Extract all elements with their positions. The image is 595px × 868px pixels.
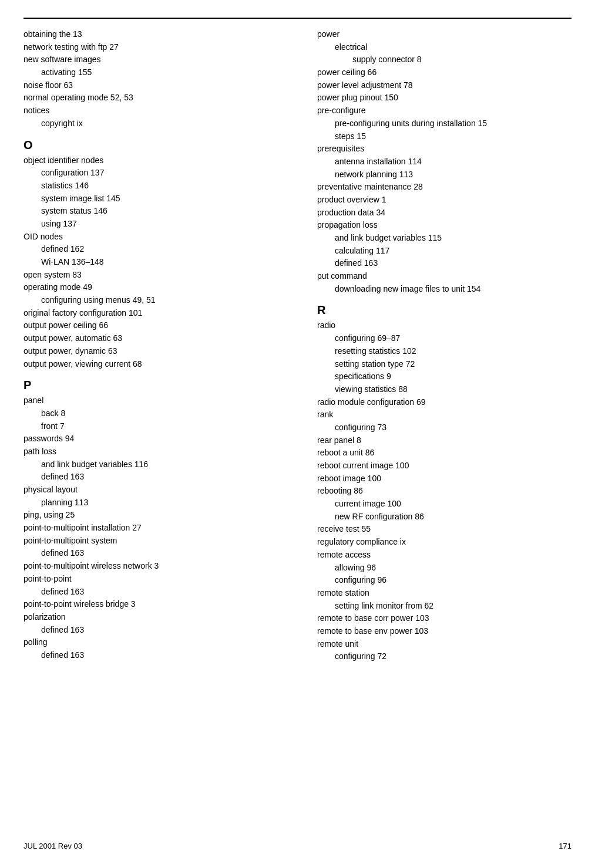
index-entry: product overview 1 — [317, 194, 572, 207]
index-entry: receive test 55 — [317, 523, 572, 536]
index-entry: reboot image 100 — [317, 472, 572, 485]
index-entry: preventative maintenance 28 — [317, 181, 572, 194]
index-entry: setting link monitor from 62 — [335, 600, 572, 613]
index-entry: supply connector 8 — [352, 53, 572, 66]
index-entry: operating mode 49 — [23, 281, 294, 294]
index-entry: configuring 72 — [335, 650, 572, 663]
index-entry: current image 100 — [335, 498, 572, 511]
index-entry: system status 146 — [41, 205, 294, 218]
index-entry: viewing statistics 88 — [335, 383, 572, 396]
index-entry: network testing with ftp 27 — [23, 41, 294, 54]
index-entry: allowing 96 — [335, 562, 572, 575]
index-entry: output power, dynamic 63 — [23, 345, 294, 358]
left-column: obtaining the 13network testing with ftp… — [23, 28, 294, 663]
index-entry: defined 163 — [335, 257, 572, 270]
footer-right: 171 — [559, 842, 572, 850]
index-entry: configuring using menus 49, 51 — [41, 294, 294, 307]
section-letter: O — [23, 139, 294, 152]
index-entry: front 7 — [41, 420, 294, 433]
index-entry: system image list 145 — [41, 192, 294, 205]
index-entry: path loss — [23, 445, 294, 458]
index-entry: output power ceiling 66 — [23, 319, 294, 332]
index-entry: output power, automatic 63 — [23, 332, 294, 345]
index-entry: power ceiling 66 — [317, 66, 572, 79]
index-entry: noise floor 63 — [23, 79, 294, 92]
page-footer: JUL 2001 Rev 03 171 — [23, 842, 572, 850]
index-entry: and link budget variables 116 — [41, 458, 294, 471]
index-entry: prerequisites — [317, 143, 572, 156]
index-entry: output power, viewing current 68 — [23, 358, 294, 371]
index-entry: radio module configuration 69 — [317, 396, 572, 409]
index-entry: configuring 69–87 — [335, 332, 572, 345]
index-entry: point-to-point wireless bridge 3 — [23, 598, 294, 611]
index-entry: downloading new image files to unit 154 — [335, 283, 572, 296]
index-entry: power plug pinout 150 — [317, 92, 572, 104]
index-entry: statistics 146 — [41, 180, 294, 192]
index-entry: specifications 9 — [335, 370, 572, 383]
index-entry: original factory configuration 101 — [23, 307, 294, 320]
index-entry: using 137 — [41, 218, 294, 231]
index-entry: defined 163 — [41, 649, 294, 662]
index-entry: regulatory compliance ix — [317, 536, 572, 549]
index-entry: back 8 — [41, 407, 294, 420]
index-entry: object identifier nodes — [23, 154, 294, 167]
index-entry: point-to-multipoint wireless network 3 — [23, 560, 294, 573]
index-entry: reboot a unit 86 — [317, 447, 572, 460]
index-entry: and link budget variables 115 — [335, 232, 572, 245]
section-letter: R — [317, 303, 572, 317]
index-entry: network planning 113 — [335, 168, 572, 181]
index-entry: power — [317, 28, 572, 41]
index-entry: defined 162 — [41, 243, 294, 256]
index-entry: ping, using 25 — [23, 509, 294, 522]
index-entry: polarization — [23, 611, 294, 624]
index-entry: radio — [317, 319, 572, 332]
index-entry: Wi-LAN 136–148 — [41, 256, 294, 269]
right-column: powerelectricalsupply connector 8power c… — [317, 28, 572, 663]
index-entry: defined 163 — [41, 547, 294, 560]
index-entry: configuring 96 — [335, 574, 572, 587]
index-entry: configuration 137 — [41, 167, 294, 180]
index-entry: propagation loss — [317, 219, 572, 232]
index-entry: resetting statistics 102 — [335, 345, 572, 358]
index-entry: point-to-multipoint installation 27 — [23, 522, 294, 535]
index-entry: activating 155 — [41, 66, 294, 79]
index-entry: defined 163 — [41, 586, 294, 599]
index-entry: electrical — [335, 41, 572, 54]
index-entry: steps 15 — [335, 130, 572, 143]
index-entry: copyright ix — [41, 117, 294, 130]
footer-left: JUL 2001 Rev 03 — [23, 842, 82, 850]
index-entry: setting station type 72 — [335, 358, 572, 371]
index-entry: defined 163 — [41, 471, 294, 484]
index-entry: defined 163 — [41, 624, 294, 637]
index-entry: calculating 117 — [335, 245, 572, 258]
index-entry: planning 113 — [41, 497, 294, 509]
index-entry: physical layout — [23, 484, 294, 497]
index-entry: notices — [23, 104, 294, 117]
index-entry: passwords 94 — [23, 433, 294, 445]
index-entry: open system 83 — [23, 269, 294, 282]
index-entry: new software images — [23, 53, 294, 66]
index-entry: point-to-multipoint system — [23, 535, 294, 548]
index-entry: OID nodes — [23, 231, 294, 244]
index-entry: polling — [23, 636, 294, 649]
index-entry: pre-configure — [317, 104, 572, 117]
index-entry: power level adjustment 78 — [317, 79, 572, 92]
index-entry: panel — [23, 394, 294, 407]
section-letter: P — [23, 379, 294, 392]
index-entry: reboot current image 100 — [317, 460, 572, 472]
index-entry: configuring 73 — [335, 421, 572, 434]
index-entry: obtaining the 13 — [23, 28, 294, 41]
index-entry: remote unit — [317, 638, 572, 651]
index-entry: normal operating mode 52, 53 — [23, 92, 294, 104]
index-entry: remote to base env power 103 — [317, 625, 572, 638]
index-entry: antenna installation 114 — [335, 156, 572, 168]
index-entry: put command — [317, 270, 572, 283]
index-entry: new RF configuration 86 — [335, 511, 572, 523]
index-entry: rank — [317, 408, 572, 421]
index-entry: remote to base corr power 103 — [317, 612, 572, 625]
index-entry: rear panel 8 — [317, 434, 572, 447]
index-entry: rebooting 86 — [317, 485, 572, 498]
index-entry: production data 34 — [317, 207, 572, 219]
index-entry: pre-configuring units during installatio… — [335, 117, 572, 130]
index-entry: point-to-point — [23, 573, 294, 586]
